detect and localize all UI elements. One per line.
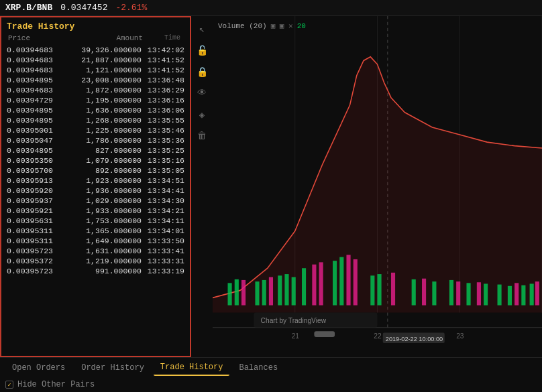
svg-text:2019-02-22 10:00:00: 2019-02-22 10:00:00 bbox=[386, 334, 443, 342]
svg-text:23: 23 bbox=[456, 332, 464, 340]
trade-history-header: Trade History Price Amount Time bbox=[1, 17, 190, 45]
tab-open-orders[interactable]: Open Orders bbox=[5, 361, 72, 375]
svg-rect-11 bbox=[278, 275, 282, 305]
trade-time: 13:34:41 bbox=[144, 186, 184, 195]
cursor-icon[interactable]: ↖ bbox=[195, 21, 209, 36]
chart-panel: ↖🔓🔒👁◈🗑 Volume (20) ▣ ▣ ✕ 20 bbox=[191, 16, 542, 357]
trade-time: 13:33:50 bbox=[144, 237, 184, 245]
trade-time: 13:36:48 bbox=[144, 76, 184, 84]
trade-amount: 827.000000 bbox=[74, 146, 145, 155]
trade-row: 0.00394729 1,195.000000 13:36:16 bbox=[1, 95, 190, 105]
svg-rect-15 bbox=[333, 261, 337, 305]
svg-rect-21 bbox=[449, 280, 453, 306]
trade-time: 13:35:16 bbox=[144, 156, 184, 165]
trade-row: 0.00395921 1,933.000000 13:34:21 bbox=[1, 206, 190, 216]
svg-rect-19 bbox=[412, 279, 416, 306]
trade-price: 0.00395723 bbox=[7, 247, 74, 255]
hide-pairs-label: Hide Other Pairs bbox=[17, 380, 95, 389]
lock-open-icon[interactable]: 🔓 bbox=[195, 43, 209, 58]
svg-rect-20 bbox=[432, 281, 436, 305]
volume-text: Volume (20) bbox=[218, 22, 267, 30]
trade-row: 0.00394683 39,326.000000 13:42:02 bbox=[1, 45, 190, 55]
trade-row: 0.00395001 1,225.000000 13:35:46 bbox=[1, 125, 190, 135]
tab-order-history[interactable]: Order History bbox=[74, 361, 151, 375]
trade-amount: 1,786.000000 bbox=[74, 136, 145, 145]
svg-text:Chart by TradingView: Chart by TradingView bbox=[261, 316, 327, 324]
trade-row: 0.00394895 1,636.000000 13:36:06 bbox=[1, 105, 190, 115]
trade-time: 13:36:06 bbox=[144, 106, 184, 115]
trade-time: 13:33:31 bbox=[144, 257, 184, 265]
trade-time: 13:36:16 bbox=[144, 96, 184, 105]
svg-rect-36 bbox=[456, 281, 460, 305]
trade-amount: 1,923.000000 bbox=[74, 176, 145, 185]
trade-row: 0.00395350 1,079.000000 13:35:16 bbox=[1, 155, 190, 166]
trade-amount: 1,649.000000 bbox=[74, 237, 145, 245]
svg-rect-35 bbox=[422, 279, 426, 306]
svg-rect-13 bbox=[292, 277, 296, 305]
price-change: -2.61% bbox=[115, 3, 147, 13]
bottom-tabs: Open OrdersOrder HistoryTrade HistoryBal… bbox=[0, 357, 542, 392]
trade-amount: 39,326.000000 bbox=[74, 46, 145, 54]
trade-time: 13:34:21 bbox=[144, 206, 184, 215]
tab-trade-history[interactable]: Trade History bbox=[154, 360, 230, 376]
trade-history-title: Trade History bbox=[7, 21, 184, 31]
svg-rect-29 bbox=[269, 277, 273, 305]
trade-amount: 1,936.000000 bbox=[74, 186, 145, 195]
trade-amount: 1,872.000000 bbox=[74, 86, 145, 94]
svg-rect-25 bbox=[508, 286, 512, 306]
svg-rect-30 bbox=[312, 265, 316, 306]
trade-time: 13:35:05 bbox=[144, 166, 184, 175]
trade-price: 0.00395937 bbox=[7, 196, 74, 205]
svg-rect-8 bbox=[235, 279, 239, 306]
lock-closed-icon[interactable]: 🔒 bbox=[195, 64, 209, 79]
trade-row: 0.00395311 1,649.000000 13:33:50 bbox=[1, 236, 190, 246]
trade-amount: 1,636.000000 bbox=[74, 106, 145, 115]
svg-rect-34 bbox=[391, 273, 395, 306]
svg-rect-39 bbox=[535, 281, 539, 305]
layers-icon[interactable]: ◈ bbox=[195, 107, 209, 122]
col-header-price: Price bbox=[8, 34, 76, 42]
chart-toolbar: ↖🔓🔒👁◈🗑 bbox=[191, 16, 213, 357]
trade-price: 0.00395723 bbox=[7, 267, 74, 275]
tabs-row: Open OrdersOrder HistoryTrade HistoryBal… bbox=[0, 358, 542, 377]
trade-price: 0.00394683 bbox=[7, 66, 74, 74]
trade-price: 0.00394895 bbox=[7, 106, 74, 115]
trade-amount: 892.000000 bbox=[74, 166, 145, 175]
trade-amount: 21,887.000000 bbox=[74, 56, 145, 64]
trade-history-panel: Trade History Price Amount Time 0.003946… bbox=[0, 16, 191, 357]
tab-balances[interactable]: Balances bbox=[232, 361, 284, 375]
eye-icon[interactable]: 👁 bbox=[195, 86, 209, 101]
trade-price: 0.00395372 bbox=[7, 257, 74, 265]
trade-amount: 1,079.000000 bbox=[74, 156, 145, 165]
trade-time: 13:33:41 bbox=[144, 247, 184, 255]
trade-price: 0.00395311 bbox=[7, 226, 74, 235]
volume-icons: ▣ ▣ ✕ bbox=[271, 21, 293, 30]
col-header-amount: Amount bbox=[76, 34, 144, 42]
svg-rect-24 bbox=[498, 285, 502, 306]
trade-time: 13:35:25 bbox=[144, 146, 184, 155]
trade-price: 0.00395311 bbox=[7, 237, 74, 245]
trade-price: 0.00395001 bbox=[7, 126, 74, 135]
main-content: Trade History Price Amount Time 0.003946… bbox=[0, 16, 542, 357]
trade-price: 0.00394683 bbox=[7, 86, 74, 94]
trade-history-body[interactable]: 0.00394683 39,326.000000 13:42:02 0.0039… bbox=[1, 45, 190, 356]
hide-pairs-checkbox[interactable]: ✓ bbox=[5, 381, 13, 389]
svg-rect-17 bbox=[370, 275, 374, 305]
trade-row: 0.00395700 892.000000 13:35:05 bbox=[1, 166, 190, 176]
trade-row: 0.00394895 23,008.000000 13:36:48 bbox=[1, 75, 190, 85]
volume-label: Volume (20) ▣ ▣ ✕ 20 bbox=[218, 21, 306, 30]
trade-time: 13:35:46 bbox=[144, 126, 184, 135]
col-header-time[interactable]: Time bbox=[143, 34, 183, 42]
trade-time: 13:33:19 bbox=[144, 267, 184, 275]
trade-amount: 1,753.000000 bbox=[74, 216, 145, 225]
trade-amount: 1,195.000000 bbox=[74, 96, 145, 105]
trade-price: 0.00394683 bbox=[7, 56, 74, 64]
svg-rect-16 bbox=[339, 257, 343, 306]
trade-row: 0.00395372 1,219.000000 13:33:31 bbox=[1, 256, 190, 266]
trade-amount: 1,365.000000 bbox=[74, 226, 145, 235]
trash-icon[interactable]: 🗑 bbox=[195, 129, 209, 143]
svg-text:21: 21 bbox=[292, 332, 299, 340]
chart-svg: Chart by TradingView 21 22 23 2019-02-22… bbox=[213, 16, 542, 357]
hide-pairs-toggle[interactable]: ✓ Hide Other Pairs bbox=[5, 380, 95, 389]
svg-rect-28 bbox=[241, 280, 246, 306]
